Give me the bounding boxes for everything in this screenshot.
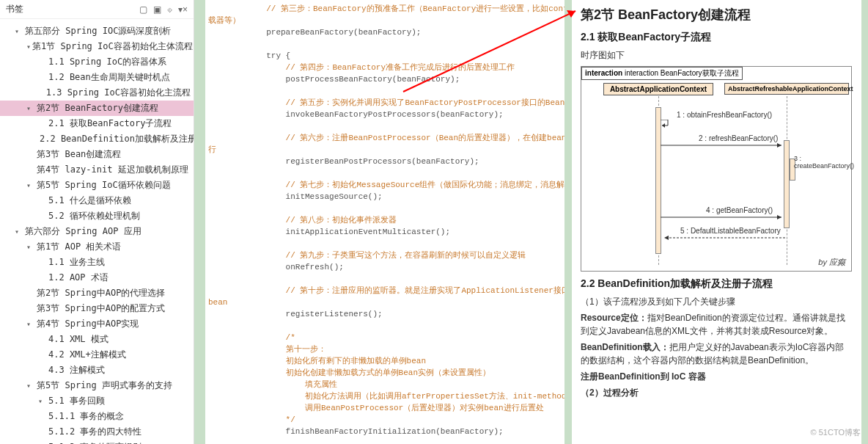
diagram-msg-2: 2 : refreshBeanFactory()	[699, 134, 778, 142]
tree-item[interactable]: 第2节 Spring中AOP的代理选择	[0, 285, 194, 301]
svg-marker-6	[777, 215, 781, 219]
tree-item-label: 1.1 Spring IoC的容器体系	[48, 56, 166, 68]
code-line: finishBeanFactoryInitialization(beanFact…	[208, 426, 564, 437]
tree-toggle-icon[interactable]: ▾	[15, 27, 23, 35]
tree-item[interactable]: 1.1 业务主线	[0, 255, 194, 270]
tree-item[interactable]: 4.3 注解模式	[0, 363, 194, 378]
diagram-participant-1: AbstractApplicationContext	[603, 83, 713, 95]
code-line: // 第十步：注册应用的监听器。就是注册实现了ApplicationListen…	[208, 285, 564, 296]
tree-item[interactable]: 第3节 Bean创建流程	[0, 147, 194, 162]
tree-item[interactable]: ▾第六部分 Spring AOP 应用	[0, 224, 194, 239]
code-line: // 第五步：实例化并调用实现了BeanFactoryPostProcessor…	[208, 97, 564, 109]
tree-item-label: 第4节 Spring中AOP实现	[37, 318, 139, 330]
tree-item[interactable]: ▾第1节 Spring IoC容器初始化主体流程	[0, 39, 194, 54]
code-line: 行	[208, 144, 564, 156]
diagram-msg-4: 4 : getBeanFactory()	[706, 206, 773, 214]
code-line: // 第七步：初始化MessageSource组件（做国际化功能；消息绑定，消息…	[208, 179, 564, 191]
tree-item[interactable]: 5.1 什么是循环依赖	[0, 193, 194, 208]
tree-item[interactable]: 4.1 XML 模式	[0, 332, 194, 347]
tree-toggle-icon[interactable]: ▾	[26, 382, 35, 390]
code-line: 初始化创建非懒加载方式的单例Bean实例（未设置属性）	[208, 367, 564, 379]
code-line	[208, 320, 564, 332]
code-line	[208, 238, 564, 250]
tree-item[interactable]: 第4节 lazy-init 延迟加载机制原理	[0, 162, 194, 178]
tree-item-label: 2.2 BeanDefinition加载解析及注册子流程	[40, 133, 194, 145]
tree-item[interactable]: 5.1.3 事务的隔离级别	[0, 440, 194, 444]
tree-item[interactable]: 1.2 AOP 术语	[0, 270, 194, 285]
diagram-msg-3: 3 : createBeanFactory()	[794, 155, 854, 170]
tree-item[interactable]: 1.1 Spring IoC的容器体系	[0, 54, 194, 70]
toolbar-icon-3[interactable]: ⟐	[167, 4, 172, 15]
code-line: bean	[208, 296, 564, 308]
tree-toggle-icon[interactable]: ▾	[26, 320, 35, 328]
arrow-4	[661, 214, 785, 220]
subsection-heading-2: 2.2 BeanDefinition加载解析及注册子流程	[581, 277, 853, 291]
diagram-participant-2: AbstractRefreshableApplicationContext	[724, 83, 849, 95]
code-line: 第十一步：	[208, 343, 564, 355]
tree-toggle-icon[interactable]: ▾	[26, 243, 35, 251]
tree-item-label: 1.1 业务主线	[48, 256, 105, 269]
tree-item[interactable]: ▾第五部分 Spring IOC源码深度剖析	[0, 23, 194, 39]
close-icon[interactable]: ×	[183, 4, 188, 15]
tree-item-label: 第5节 Spring IoC循环依赖问题	[37, 179, 171, 192]
tree-item[interactable]: 1.3 Spring IoC容器初始化主流程	[0, 85, 194, 101]
tree-item-label: 第2节 BeanFactory创建流程	[37, 102, 158, 114]
step-intro: （1）该子流程涉及到如下几个关键步骤	[581, 295, 853, 308]
code-line: 初始化所有剩下的非懒加载的单例bean	[208, 355, 564, 367]
toolbar-icon-2[interactable]: ▣	[153, 4, 161, 15]
self-arrow-1	[661, 120, 669, 128]
tree-item[interactable]: ▾第1节 AOP 相关术语	[0, 239, 194, 255]
tree-item[interactable]: 5.1.2 事务的四大特性	[0, 424, 194, 440]
tree-item-label: 5.2 循环依赖处理机制	[48, 210, 140, 222]
tree-toggle-icon[interactable]: ▾	[26, 181, 35, 189]
tree-item-label: 5.1.1 事务的概念	[48, 410, 124, 423]
beandef-load: BeanDefinition载入：把用户定义好的Javabean表示为IoC容器…	[581, 341, 853, 367]
tree-item[interactable]: ▾第5节 Spring 声明式事务的支持	[0, 378, 194, 393]
tree-item-label: 第2节 Spring中AOP的代理选择	[37, 287, 165, 299]
code-line: 调用BeanPostProcessor（后置处理器）对实例bean进行后置处	[208, 402, 564, 414]
tree-toggle-icon[interactable]: ▾	[15, 228, 23, 236]
tree-toggle-icon[interactable]: ▾	[26, 43, 31, 51]
svg-line-0	[403, 11, 575, 92]
diagram-msg-1: 1 : obtainFreshBeanFactory()	[677, 111, 772, 119]
process-analysis: （2）过程分析	[581, 386, 853, 399]
bookmark-tree: ▾第五部分 Spring IOC源码深度剖析▾第1节 Spring IoC容器初…	[0, 19, 194, 444]
tree-item-label: 第3节 Spring中AOP的配置方式	[37, 302, 165, 315]
diagram-title: interaction interaction BeanFactory获取子流程	[581, 67, 743, 80]
code-line: /*	[208, 332, 564, 343]
tree-item[interactable]: 5.1.1 事务的概念	[0, 409, 194, 424]
tree-item[interactable]: 5.2 循环依赖处理机制	[0, 208, 194, 224]
tree-item[interactable]: 1.2 Bean生命周期关键时机点	[0, 70, 194, 85]
tree-toggle-icon[interactable]: ▾	[38, 397, 47, 405]
tree-item[interactable]: ▾第5节 Spring IoC循环依赖问题	[0, 178, 194, 193]
tree-item[interactable]: 2.1 获取BeanFactory子流程	[0, 116, 194, 131]
tree-item-label: 第六部分 Spring AOP 应用	[25, 225, 141, 238]
tree-item-label: 5.1 事务回顾	[48, 395, 105, 407]
tree-item[interactable]: 第3节 Spring中AOP的配置方式	[0, 301, 194, 316]
diagram-byline: by 应癫	[818, 257, 845, 268]
code-line	[208, 167, 564, 179]
sidebar-header: 书签 ▢ ▣ ⟐ ▾ ×	[0, 0, 194, 19]
toolbar-icon-1[interactable]: ▢	[139, 4, 147, 15]
tree-item-label: 1.2 Bean生命周期关键时机点	[48, 71, 170, 84]
tree-item[interactable]: ▾第4节 Spring中AOP实现	[0, 316, 194, 332]
tree-item-label: 4.3 注解模式	[48, 364, 105, 376]
tree-item[interactable]: 4.2 XML+注解模式	[0, 347, 194, 363]
resource-def: Resource定位：指对BeanDefinition的资源定位过程。通俗讲就是…	[581, 311, 853, 338]
tree-item[interactable]: ▾第2节 BeanFactory创建流程	[0, 101, 194, 116]
code-line: 填充属性	[208, 379, 564, 390]
activation-1	[655, 107, 661, 254]
code-line: // 第六步：注册BeanPostProcessor（Bean的后置处理器），在…	[208, 132, 564, 144]
tree-item[interactable]: ▾5.1 事务回顾	[0, 393, 194, 409]
tree-item-label: 第5节 Spring 声明式事务的支持	[37, 379, 172, 392]
content-pane[interactable]: 第2节 BeanFactory创建流程 2.1 获取BeanFactory子流程…	[572, 0, 861, 444]
tree-item-label: 5.1 什么是循环依赖	[48, 194, 131, 207]
tree-toggle-icon[interactable]: ▾	[26, 104, 35, 112]
tree-item-label: 第五部分 Spring IOC源码深度剖析	[25, 25, 171, 37]
sidebar: 书签 ▢ ▣ ⟐ ▾ × ▾第五部分 Spring IOC源码深度剖析▾第1节 …	[0, 0, 194, 444]
diagram-intro: 时序图如下	[581, 48, 853, 62]
code-line: 初始化方法调用（比如调用afterPropertiesSet方法、init-me…	[208, 390, 564, 402]
tree-item[interactable]: 2.2 BeanDefinition加载解析及注册子流程	[0, 131, 194, 147]
sequence-diagram: interaction interaction BeanFactory获取子流程…	[581, 66, 852, 272]
code-line	[208, 120, 564, 132]
